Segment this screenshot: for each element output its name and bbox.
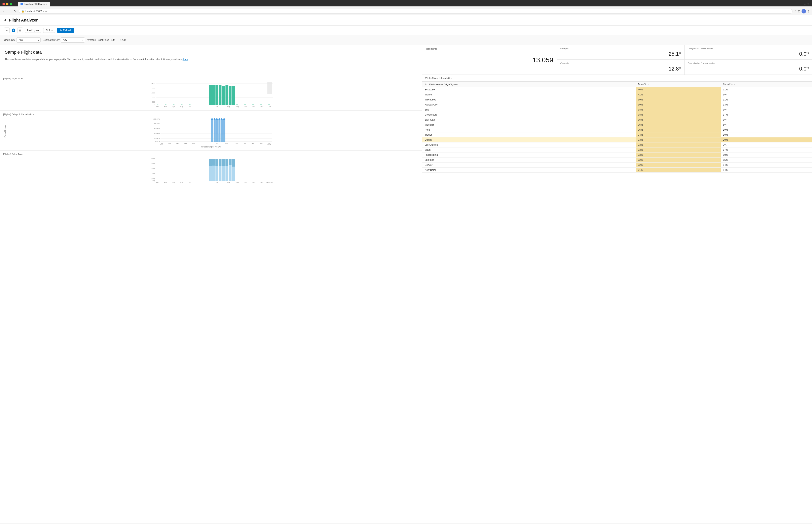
traffic-light-red[interactable]: [2, 3, 5, 5]
svg-text:Oct: Oct: [244, 182, 247, 183]
menu-button[interactable]: ⋮: [807, 9, 810, 14]
cancelled-value: 12.8%: [560, 66, 681, 72]
cancel-cell: 3%: [721, 143, 812, 147]
browser-maximize[interactable]: □: [807, 2, 809, 6]
svg-text:2,500: 2,500: [150, 83, 155, 85]
back-button[interactable]: ‹: [2, 9, 5, 14]
extensions-button[interactable]: ⊡: [798, 9, 800, 14]
delay-cell: 38%: [636, 112, 721, 117]
svg-text:Jun: Jun: [188, 106, 191, 108]
total-flights-value: 13,059: [426, 56, 553, 64]
bookmark-button[interactable]: ☆: [794, 9, 797, 14]
tab-close-button[interactable]: ×: [46, 3, 47, 5]
sample-area: Sample Flight data This dashboard contai…: [0, 45, 422, 75]
origin-city-select[interactable]: Any: [16, 37, 41, 43]
table-row[interactable]: Memphis35%8%: [422, 122, 812, 127]
table-row[interactable]: Moline41%9%: [422, 92, 812, 97]
destination-city-group: Destination City Any ▾: [43, 37, 85, 43]
filter-icon-button[interactable]: ≡: [4, 28, 10, 33]
svg-text:Apr: Apr: [172, 106, 175, 108]
sort-city-icon: ↓: [460, 83, 461, 86]
svg-text:May: May: [184, 142, 187, 144]
svg-text:Feb: Feb: [156, 182, 159, 183]
refresh-button[interactable]: ↻ Refresh: [57, 28, 74, 33]
table-row[interactable]: Reno35%19%: [422, 127, 812, 132]
cancel-cell: 17%: [721, 147, 812, 152]
security-icon: 🔒: [21, 10, 24, 13]
browser-minimize[interactable]: –: [804, 2, 806, 6]
city-cell: Erie: [422, 107, 636, 112]
cancelled-label: Cancelled: [560, 62, 681, 65]
city-cell: Milwaukee: [422, 97, 636, 102]
address-bar[interactable]: 🔒 localhost:3000/basic: [19, 9, 793, 14]
destination-city-select[interactable]: Any: [61, 37, 85, 43]
svg-text:Jul: Jul: [216, 106, 218, 108]
forward-button[interactable]: ›: [7, 9, 11, 14]
table-row[interactable]: Denver32%14%: [422, 163, 812, 167]
delay-cell: 46%: [636, 87, 721, 92]
table-row[interactable]: Treviso34%10%: [422, 132, 812, 137]
url-text: localhost:3000/basic: [26, 10, 47, 13]
reload-button[interactable]: ↻: [12, 9, 17, 14]
profile-button[interactable]: J: [801, 9, 806, 14]
delay-cell: 32%: [636, 158, 721, 163]
col-delay-header[interactable]: Delay % ⌄: [636, 82, 721, 87]
table-row[interactable]: Miami33%17%: [422, 147, 812, 152]
docs-link[interactable]: docs: [182, 58, 188, 61]
table-row[interactable]: New Delhi31%14%: [422, 167, 812, 173]
time-range-button[interactable]: Last 1 year: [25, 28, 41, 33]
browser-tab[interactable]: localhost:3000/basic ×: [18, 2, 50, 6]
x-axis-label: timestamp per 7 days: [3, 146, 419, 148]
cancelled-box: Cancelled 12.8%: [557, 60, 685, 75]
svg-text:Oct: Oct: [244, 106, 247, 108]
table-row[interactable]: Kansas City39%13%: [422, 102, 812, 107]
svg-text:Mar: Mar: [168, 142, 171, 144]
svg-text:Apr: Apr: [176, 142, 179, 144]
table-row[interactable]: Syracuse46%11%: [422, 87, 812, 92]
delayed-box: Delayed 25.1%: [557, 45, 685, 60]
table-row[interactable]: Greensboro38%17%: [422, 112, 812, 117]
price-range-group: Average Ticket Price 100 → 1200: [87, 38, 126, 42]
svg-text:60.00%: 60.00%: [154, 128, 160, 130]
delay-cell: 35%: [636, 127, 721, 132]
table-row[interactable]: Milwaukee39%11%: [422, 97, 812, 102]
svg-text:Sep: Sep: [236, 182, 239, 183]
delayed-value: 25.1%: [560, 51, 681, 57]
svg-rect-113: [222, 159, 225, 166]
table-row[interactable]: Los Angeles33%3%: [422, 143, 812, 147]
delays-chart-svg: 100.00% 80.00% 60.00% 40.00% 20.00% 0.00…: [7, 117, 419, 145]
origin-city-label: Origin City: [4, 38, 15, 42]
svg-rect-20: [219, 85, 221, 105]
tab-title: localhost:3000/basic: [25, 3, 45, 5]
sort-cancel-icon: ⌄: [734, 83, 736, 85]
svg-rect-111: [216, 159, 218, 166]
cancelled-vs-value: 0.0%: [688, 66, 809, 72]
table-row[interactable]: Erie38%9%: [422, 107, 812, 112]
table-row[interactable]: Philadelphia33%10%: [422, 152, 812, 158]
auto-refresh-button[interactable]: ⏱ 2 m: [43, 28, 55, 33]
col-city-header[interactable]: Top 1000 values of OriginCityNam ↓: [422, 82, 636, 87]
svg-text:Jul: Jul: [216, 142, 218, 144]
table-row[interactable]: San Juan35%9%: [422, 117, 812, 122]
svg-rect-19: [216, 85, 218, 105]
svg-text:0%: 0%: [153, 180, 155, 182]
filter-grid-button[interactable]: ⊞: [17, 28, 23, 33]
price-min-value: 100: [111, 38, 115, 42]
svg-rect-13: [165, 104, 166, 105]
auto-refresh-label: 2 m: [49, 29, 53, 32]
table-row[interactable]: Spokane32%15%: [422, 158, 812, 163]
delay-cell: 33%: [636, 143, 721, 147]
svg-rect-12: [157, 104, 158, 105]
svg-rect-27: [252, 104, 254, 105]
flight-count-title: [Flights] Flight count: [3, 77, 419, 80]
cancel-cell: 10%: [721, 152, 812, 158]
delay-cell: 31%: [636, 167, 721, 173]
traffic-light-green[interactable]: [10, 3, 12, 5]
new-tab-button[interactable]: +: [51, 2, 55, 6]
svg-text:Nov: Nov: [252, 106, 255, 108]
col-cancel-header[interactable]: Cancel % ⌄: [721, 82, 812, 87]
traffic-light-yellow[interactable]: [6, 3, 9, 5]
total-flights-label: Total flights: [426, 48, 553, 50]
table-row[interactable]: Duluth33%20%: [422, 137, 812, 143]
svg-text:Sep: Sep: [236, 142, 238, 144]
